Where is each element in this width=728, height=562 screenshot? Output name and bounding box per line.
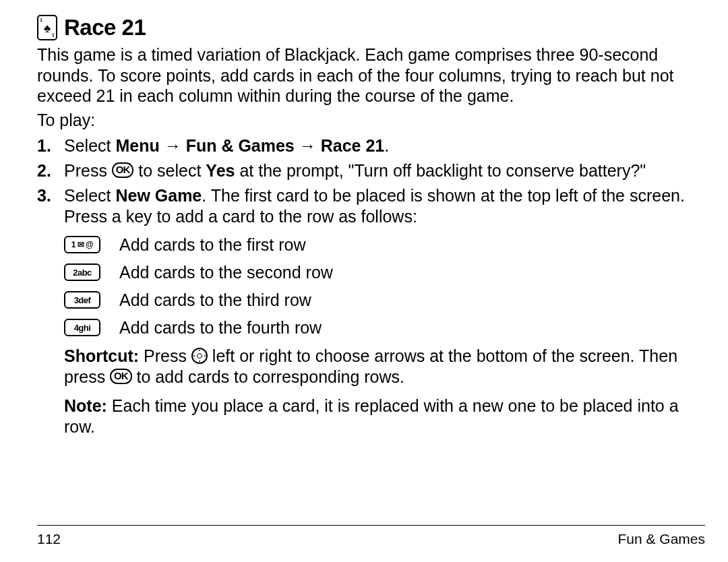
step-text: Press — [64, 161, 112, 180]
step-text: to select — [133, 161, 206, 180]
intro-paragraph: This game is a timed variation of Blackj… — [37, 44, 705, 106]
step-3: 3. Select New Game. The first card to be… — [64, 185, 705, 227]
note-paragraph: Note: Each time you place a card, it is … — [37, 396, 705, 437]
key-row-2: 2abc Add cards to the second row — [64, 263, 705, 282]
shortcut-label: Shortcut: — [64, 346, 144, 365]
step-number: 1. — [37, 135, 51, 156]
step-text: at the prompt, "Turn off backlight to co… — [235, 161, 646, 180]
spade-card-icon: 1 ♠ 1 — [37, 15, 57, 40]
key-2-icon: 2abc — [64, 263, 100, 281]
shortcut-text: Press — [144, 346, 191, 365]
arrow-icon: → — [160, 136, 186, 155]
heading-title: Race 21 — [64, 15, 146, 40]
yes-label: Yes — [206, 161, 235, 180]
key-3-desc: Add cards to the third row — [119, 290, 311, 310]
key-1-icon: 1 ✉ @ — [64, 236, 100, 253]
key-4-icon: 4ghi — [64, 319, 100, 336]
page-footer: 112 Fun & Games — [37, 525, 705, 547]
page-number: 112 — [37, 531, 61, 547]
key-2-desc: Add cards to the second row — [119, 263, 333, 282]
step-number: 3. — [37, 185, 51, 206]
step-2: 2. Press OK to select Yes at the prompt,… — [64, 160, 705, 181]
ok-key-icon: OK — [110, 369, 132, 384]
race21-label: Race 21 — [321, 136, 385, 155]
note-label: Note: — [64, 396, 112, 415]
to-play-label: To play: — [37, 111, 705, 130]
step-text: Select — [64, 136, 115, 155]
steps-list: 1. Select Menu → Fun & Games → Race 21. … — [37, 135, 705, 227]
key-mapping-table: 1 ✉ @ Add cards to the first row 2abc Ad… — [64, 235, 705, 338]
note-text: Each time you place a card, it is replac… — [64, 396, 679, 436]
key-row-4: 4ghi Add cards to the fourth row — [64, 318, 705, 338]
menu-label: Menu — [115, 136, 159, 155]
key-row-1: 1 ✉ @ Add cards to the first row — [64, 235, 705, 255]
key-3-icon: 3def — [64, 291, 100, 309]
step-text: Select — [64, 186, 115, 205]
fun-games-label: Fun & Games — [186, 136, 295, 155]
manual-page: 1 ♠ 1 Race 21 This game is a timed varia… — [0, 0, 728, 562]
step-text: . — [384, 136, 389, 155]
section-name: Fun & Games — [617, 531, 705, 547]
step-number: 2. — [37, 160, 51, 181]
ok-key-icon: OK — [112, 162, 134, 178]
step-1: 1. Select Menu → Fun & Games → Race 21. — [64, 135, 705, 156]
shortcut-paragraph: Shortcut: Press left or right to choose … — [37, 346, 705, 387]
nav-key-icon — [191, 348, 208, 364]
arrow-icon: → — [295, 136, 321, 155]
key-1-desc: Add cards to the first row — [119, 235, 306, 255]
section-heading: 1 ♠ 1 Race 21 — [37, 15, 705, 40]
new-game-label: New Game — [115, 186, 202, 205]
key-4-desc: Add cards to the fourth row — [119, 318, 322, 338]
shortcut-text: to add cards to corresponding rows. — [132, 367, 404, 386]
key-row-3: 3def Add cards to the third row — [64, 290, 705, 310]
